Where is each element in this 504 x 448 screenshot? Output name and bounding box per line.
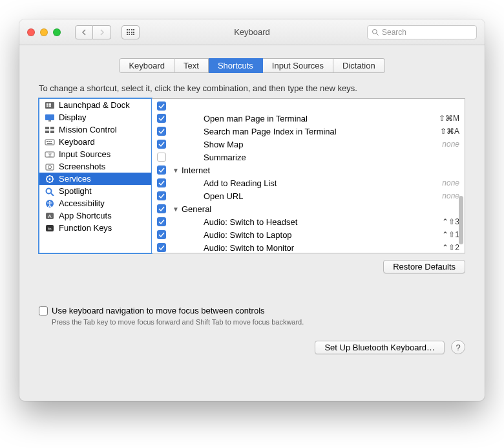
svg-rect-3 [47,103,48,105]
search-placeholder: Search [382,28,406,37]
tab-text[interactable]: Text [174,58,209,73]
shortcut-key[interactable]: ⇧⌘A [440,127,459,136]
chevron-down-icon[interactable]: ▼ [173,206,179,213]
kbnav-row: Use keyboard navigation to move focus be… [39,306,465,315]
svg-rect-17 [47,143,52,144]
sidebar-item-label: Services [59,174,91,184]
service-label: Open URL [204,191,439,201]
tab-keyboard[interactable]: Keyboard [119,58,174,73]
forward-button[interactable] [93,25,111,39]
shortcut-key[interactable]: ⇧⌘M [439,114,459,123]
svg-rect-11 [45,131,49,133]
service-group-row[interactable]: ▼Internet [152,164,465,176]
instruction-text: To change a shortcut, select it, click t… [39,83,465,93]
content-area: KeyboardTextShortcutsInput SourcesDictat… [19,45,485,363]
checkbox-icon[interactable] [157,153,166,162]
sidebar-item-function-keys[interactable]: fnFunction Keys [39,222,151,234]
sidebar-item-services[interactable]: Services [39,173,151,185]
svg-rect-20 [46,164,54,170]
window-title: Keyboard [234,27,270,37]
service-row[interactable]: Open man Page in Terminal⇧⌘M [152,112,465,125]
sidebar-item-display[interactable]: Display [39,111,151,123]
sidebar-item-screenshots[interactable]: Screenshots [39,160,151,173]
sidebar-item-label: Keyboard [59,137,95,147]
svg-rect-10 [50,127,54,129]
tab-shortcuts[interactable]: Shortcuts [209,58,263,73]
scrollbar[interactable] [459,196,463,244]
shortcut-key[interactable]: ⌃⇧1 [442,230,459,239]
chevron-down-icon[interactable]: ▼ [173,167,179,174]
checkbox-icon[interactable] [157,140,166,149]
checkbox-icon[interactable] [157,114,166,123]
svg-point-23 [49,178,51,180]
service-label: Audio: Switch to Laptop [204,230,439,240]
sidebar-item-mission-control[interactable]: Mission Control [39,123,151,136]
svg-text:文: 文 [48,153,52,157]
show-all-button[interactable] [121,25,140,39]
service-row[interactable]: Search man Page Index in Terminal⇧⌘A [152,125,465,138]
checkbox-icon[interactable] [157,243,166,252]
kbnav-hint: Press the Tab key to move focus forward … [52,318,465,326]
zoom-icon[interactable] [53,28,61,36]
service-row[interactable]: Audio: Switch to Monitor⌃⇧2 [152,241,465,253]
shortcut-key[interactable]: none [442,178,459,187]
category-list[interactable]: Launchpad & DockDisplayMission ControlKe… [39,98,152,253]
service-label: Internet [182,165,459,175]
checkbox-icon[interactable] [157,101,166,111]
restore-row: Restore Defaults [39,260,465,273]
sidebar-item-spotlight[interactable]: Spotlight [39,185,151,197]
sidebar-item-label: Spotlight [59,186,92,196]
display-icon [45,113,55,122]
shortcut-key[interactable]: none [442,191,459,200]
app-icon: A [45,211,55,220]
service-row[interactable]: Audio: Switch to Laptop⌃⇧1 [152,228,465,241]
checkbox-icon[interactable] [157,178,166,187]
help-button[interactable]: ? [451,340,465,354]
svg-point-21 [48,165,52,169]
service-label: Open man Page in Terminal [204,114,436,123]
sidebar-item-accessibility[interactable]: Accessibility [39,197,151,209]
spotlight-icon [45,187,55,196]
service-row[interactable]: Show Mapnone [152,138,465,151]
back-button[interactable] [75,25,93,39]
tab-dictation[interactable]: Dictation [333,58,385,73]
svg-text:fn: fn [48,227,51,231]
checkbox-icon[interactable] [157,204,166,213]
bluetooth-button[interactable]: Set Up Bluetooth Keyboard… [315,341,445,354]
shortcut-key[interactable]: ⌃⇧3 [442,217,459,226]
checkbox-icon[interactable] [157,165,166,175]
service-row[interactable]: Add to Reading Listnone [152,176,465,189]
shortcut-key[interactable]: none [442,140,459,149]
checkbox-icon[interactable] [157,191,166,200]
shortcut-key[interactable]: ⌃⇧2 [442,243,459,252]
svg-rect-7 [45,114,54,120]
keyboard-icon [45,138,55,147]
service-group-row[interactable]: ▼General [152,202,465,215]
launchpad-icon [45,101,55,110]
svg-point-24 [47,188,52,193]
tab-input-sources[interactable]: Input Sources [263,58,333,73]
mission-icon [45,125,55,134]
service-row[interactable]: Summarize [152,151,465,164]
service-row[interactable]: Audio: Switch to Headset⌃⇧3 [152,215,465,228]
checkbox-icon[interactable] [157,217,166,226]
service-label: Search man Page Index in Terminal [204,127,437,136]
close-icon[interactable] [27,28,35,36]
service-row[interactable]: Open URLnone [152,189,465,202]
sidebar-item-label: Mission Control [59,125,117,134]
restore-defaults-button[interactable]: Restore Defaults [383,260,465,273]
checkbox-icon[interactable] [157,230,166,239]
kbnav-checkbox[interactable] [39,306,48,315]
sidebar-item-app-shortcuts[interactable]: AApp Shortcuts [39,209,151,222]
accessibility-icon [45,199,55,208]
keyboard-preferences-window: Keyboard Search KeyboardTextShortcutsInp… [19,19,485,401]
sidebar-item-launchpad-dock[interactable]: Launchpad & Dock [39,99,151,111]
sidebar-item-keyboard[interactable]: Keyboard [39,136,151,148]
sidebar-item-input-sources[interactable]: 文Input Sources [39,148,151,160]
panes: Launchpad & DockDisplayMission ControlKe… [39,98,465,253]
minimize-icon[interactable] [40,28,48,36]
checkbox-icon[interactable] [157,127,166,136]
search-icon [372,28,379,36]
search-input[interactable]: Search [367,25,477,39]
services-list[interactable]: Open man Page in Terminal⇧⌘MSearch man P… [152,98,465,253]
